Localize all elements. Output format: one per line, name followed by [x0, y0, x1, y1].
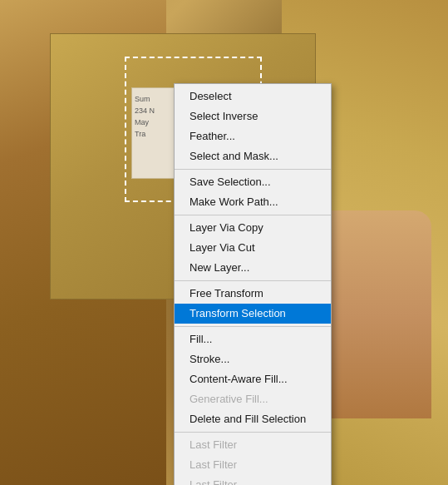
- menu-item-layer-via-cut[interactable]: Layer Via Cut: [175, 238, 331, 258]
- menu-item-select-and-mask[interactable]: Select and Mask...: [175, 146, 331, 166]
- menu-item-layer-via-copy[interactable]: Layer Via Copy: [175, 218, 331, 238]
- menu-item-stroke[interactable]: Stroke...: [175, 349, 331, 369]
- menu-item-make-work-path[interactable]: Make Work Path...: [175, 192, 331, 212]
- menu-item-generative-fill[interactable]: Generative Fill...: [175, 389, 331, 409]
- menu-item-feather[interactable]: Feather...: [175, 126, 331, 146]
- menu-item-last-filter-3[interactable]: Last Filter: [175, 475, 331, 485]
- menu-separator: [175, 169, 331, 170]
- menu-item-delete-and-fill[interactable]: Delete and Fill Selection: [175, 409, 331, 429]
- menu-item-content-aware-fill[interactable]: Content-Aware Fill...: [175, 369, 331, 389]
- menu-item-save-selection[interactable]: Save Selection...: [175, 172, 331, 192]
- menu-separator: [175, 326, 331, 327]
- menu-separator: [175, 215, 331, 215]
- menu-item-free-transform[interactable]: Free Transform: [175, 284, 331, 304]
- menu-item-last-filter-2[interactable]: Last Filter: [175, 455, 331, 475]
- menu-item-deselect[interactable]: Deselect: [175, 87, 331, 106]
- menu-item-fill[interactable]: Fill...: [175, 329, 331, 349]
- menu-item-new-layer[interactable]: New Layer...: [175, 258, 331, 278]
- menu-item-transform-selection[interactable]: Transform Selection: [175, 304, 331, 324]
- menu-item-select-inverse[interactable]: Select Inverse: [175, 106, 331, 126]
- menu-item-last-filter-1[interactable]: Last Filter: [175, 435, 331, 455]
- menu-separator: [175, 280, 331, 281]
- context-menu: DeselectSelect InverseFeather...Select a…: [174, 83, 332, 485]
- menu-separator: [175, 432, 331, 433]
